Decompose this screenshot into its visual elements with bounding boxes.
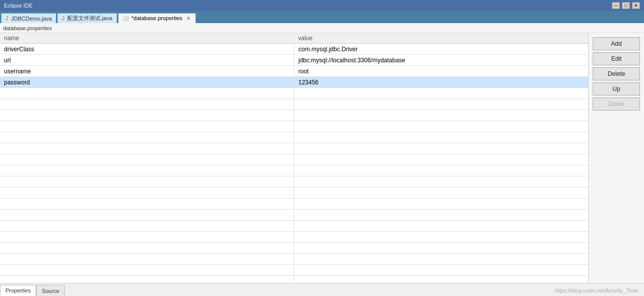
properties-table-container: name value driverClasscom.mysql.jdbc.Dri…: [0, 33, 589, 283]
table-empty-row: [0, 121, 588, 132]
up-button[interactable]: Up: [593, 82, 640, 95]
table-empty-row: [0, 276, 588, 283]
empty-value-cell: [294, 221, 589, 232]
content-area: name value driverClasscom.mysql.jdbc.Dri…: [0, 33, 644, 283]
tab-close-icon[interactable]: ✕: [185, 16, 191, 21]
btab-source[interactable]: Source: [36, 285, 65, 296]
table-empty-row: [0, 243, 588, 254]
edit-button[interactable]: Edit: [593, 52, 640, 65]
delete-button[interactable]: Delete: [593, 67, 640, 80]
table-empty-row: [0, 143, 588, 154]
empty-name-cell: [0, 110, 294, 121]
empty-name-cell: [0, 154, 294, 165]
tab-config[interactable]: J 配置文件测试.java: [57, 13, 117, 23]
title-bar-text: Eclipse IDE: [4, 3, 33, 9]
table-row[interactable]: usernameroot: [0, 66, 588, 77]
empty-value-cell: [294, 199, 589, 210]
close-button[interactable]: ✕: [632, 2, 640, 9]
table-empty-row: [0, 265, 588, 276]
empty-name-cell: [0, 199, 294, 210]
col-value-header: value: [294, 33, 589, 44]
row-name-cell: url: [0, 55, 294, 66]
empty-value-cell: [294, 176, 589, 187]
add-button[interactable]: Add: [593, 37, 640, 50]
row-value-cell: com.mysql.jdbc.Driver: [294, 44, 589, 55]
table-empty-row: [0, 132, 588, 143]
breadcrumb-text: database.properties: [3, 25, 52, 31]
tab-props[interactable]: ⬜ *database.properties ✕: [118, 13, 196, 23]
empty-value-cell: [294, 110, 589, 121]
table-empty-row: [0, 232, 588, 243]
table-empty-row: [0, 88, 588, 99]
tab-jdbc-label: JDBCDemo.java: [11, 16, 52, 22]
empty-name-cell: [0, 243, 294, 254]
add-button-label: Add: [611, 40, 621, 47]
tab-props-label: *database.properties: [132, 15, 183, 21]
bottom-tab-bar: Properties Source https://blog.csdn.net/…: [0, 283, 644, 296]
empty-value-cell: [294, 132, 589, 143]
empty-name-cell: [0, 232, 294, 243]
down-button-label: Down: [609, 101, 624, 108]
empty-value-cell: [294, 154, 589, 165]
empty-value-cell: [294, 276, 589, 283]
empty-value-cell: [294, 187, 589, 199]
empty-name-cell: [0, 88, 294, 99]
table-header-row: name value: [0, 33, 588, 44]
table-row[interactable]: driverClasscom.mysql.jdbc.Driver: [0, 44, 588, 55]
title-bar: Eclipse IDE ─ □ ✕: [0, 0, 644, 11]
empty-value-cell: [294, 121, 589, 132]
empty-value-cell: [294, 232, 589, 243]
row-name-cell: password: [0, 77, 294, 88]
col-name-header: name: [0, 33, 294, 44]
empty-value-cell: [294, 254, 589, 265]
btab-properties-label: Properties: [6, 287, 31, 293]
table-empty-row: [0, 210, 588, 221]
row-value-cell: jdbc:mysql://localhost:3306/mydatabase: [294, 55, 589, 66]
sidebar-buttons: Add Edit Delete Up Down: [589, 33, 644, 283]
java-icon-2: J: [62, 16, 64, 21]
maximize-button[interactable]: □: [622, 2, 630, 9]
empty-name-cell: [0, 132, 294, 143]
tab-jdbc[interactable]: J JDBCDemo.java: [1, 13, 56, 23]
properties-table: name value driverClasscom.mysql.jdbc.Dri…: [0, 33, 588, 283]
down-button[interactable]: Down: [593, 97, 640, 111]
delete-button-label: Delete: [608, 70, 625, 77]
up-button-label: Up: [612, 85, 620, 92]
empty-name-cell: [0, 176, 294, 187]
minimize-button[interactable]: ─: [612, 2, 620, 9]
table-empty-row: [0, 110, 588, 121]
table-empty-row: [0, 165, 588, 176]
title-bar-controls: ─ □ ✕: [612, 2, 640, 9]
empty-name-cell: [0, 121, 294, 132]
table-empty-row: [0, 154, 588, 165]
table-empty-row: [0, 187, 588, 199]
empty-name-cell: [0, 210, 294, 221]
row-value-cell: root: [294, 66, 589, 77]
tab-bar: J JDBCDemo.java J 配置文件测试.java ⬜ *databas…: [0, 11, 644, 23]
empty-value-cell: [294, 165, 589, 176]
table-row[interactable]: urljdbc:mysql://localhost:3306/mydatabas…: [0, 55, 588, 66]
table-empty-row: [0, 254, 588, 265]
java-icon: J: [6, 16, 8, 21]
table-empty-row: [0, 221, 588, 232]
empty-name-cell: [0, 99, 294, 110]
empty-name-cell: [0, 165, 294, 176]
empty-name-cell: [0, 265, 294, 276]
empty-name-cell: [0, 143, 294, 154]
empty-value-cell: [294, 143, 589, 154]
tab-config-label: 配置文件测试.java: [67, 15, 112, 22]
table-row[interactable]: password123456: [0, 77, 588, 88]
empty-name-cell: [0, 254, 294, 265]
table-empty-row: [0, 99, 588, 110]
watermark-text: https://blog.csdn.net/Activity_Time: [555, 287, 638, 293]
empty-value-cell: [294, 88, 589, 99]
row-value-cell: 123456: [294, 77, 589, 88]
row-name-cell: driverClass: [0, 44, 294, 55]
empty-value-cell: [294, 265, 589, 276]
empty-name-cell: [0, 187, 294, 199]
empty-value-cell: [294, 210, 589, 221]
btab-source-label: Source: [42, 288, 59, 294]
btab-properties[interactable]: Properties: [0, 285, 36, 296]
table-empty-row: [0, 199, 588, 210]
props-icon: ⬜: [123, 16, 129, 21]
